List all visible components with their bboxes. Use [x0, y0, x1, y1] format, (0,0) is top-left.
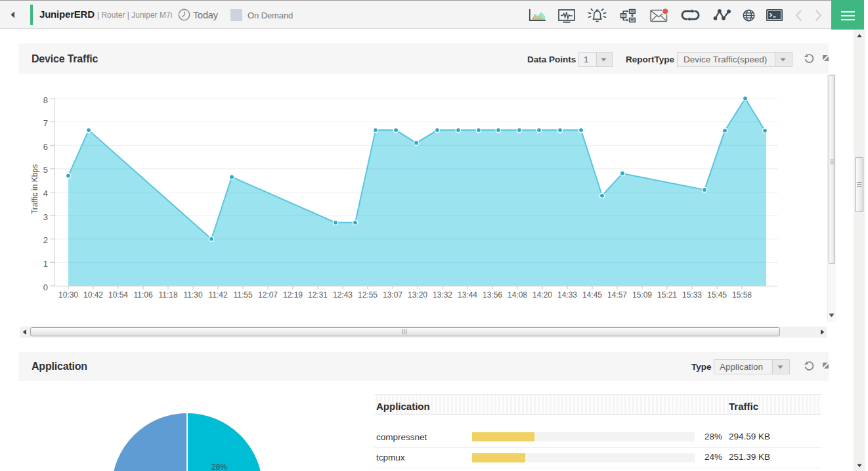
svg-text:14:45: 14:45 [582, 290, 602, 300]
svg-text:12:07: 12:07 [258, 290, 278, 300]
svg-text:15:21: 15:21 [657, 290, 677, 300]
svg-text:15:58: 15:58 [732, 290, 752, 300]
svg-text:7: 7 [43, 118, 48, 128]
svg-text:1: 1 [43, 259, 48, 269]
svg-text:4: 4 [43, 189, 48, 198]
svg-text:10:42: 10:42 [83, 290, 103, 300]
svg-text:14:20: 14:20 [532, 290, 552, 300]
svg-text:13:20: 13:20 [408, 290, 427, 300]
svg-text:15:09: 15:09 [632, 290, 652, 300]
svg-text:5: 5 [43, 165, 48, 175]
svg-text:11:06: 11:06 [133, 290, 152, 300]
svg-text:15:45: 15:45 [707, 290, 727, 300]
svg-text:14:33: 14:33 [557, 290, 577, 300]
svg-text:8: 8 [43, 95, 48, 105]
svg-text:13:32: 13:32 [433, 290, 452, 300]
svg-text:12:55: 12:55 [358, 290, 378, 300]
svg-text:11:18: 11:18 [158, 290, 177, 300]
svg-text:Traffic in Kbps: Traffic in Kbps [30, 164, 39, 214]
svg-text:11:55: 11:55 [233, 290, 252, 300]
svg-text:13:44: 13:44 [458, 290, 477, 300]
svg-text:14:57: 14:57 [607, 290, 627, 300]
svg-text:14:08: 14:08 [508, 290, 527, 300]
svg-text:2: 2 [43, 235, 48, 245]
svg-text:12:19: 12:19 [283, 290, 303, 300]
svg-text:10:54: 10:54 [108, 290, 128, 300]
svg-text:28%: 28% [211, 462, 227, 471]
svg-text:6: 6 [43, 142, 48, 152]
svg-text:3: 3 [43, 212, 48, 222]
svg-text:13:56: 13:56 [483, 290, 502, 300]
svg-text:11:30: 11:30 [183, 290, 202, 300]
svg-text:12:31: 12:31 [308, 290, 328, 300]
svg-text:13:07: 13:07 [383, 290, 402, 300]
svg-text:0: 0 [43, 282, 48, 292]
svg-text:15:33: 15:33 [682, 290, 702, 300]
svg-text:12:43: 12:43 [333, 290, 353, 300]
svg-text:10:30: 10:30 [58, 290, 78, 300]
svg-text:11:42: 11:42 [208, 290, 227, 300]
